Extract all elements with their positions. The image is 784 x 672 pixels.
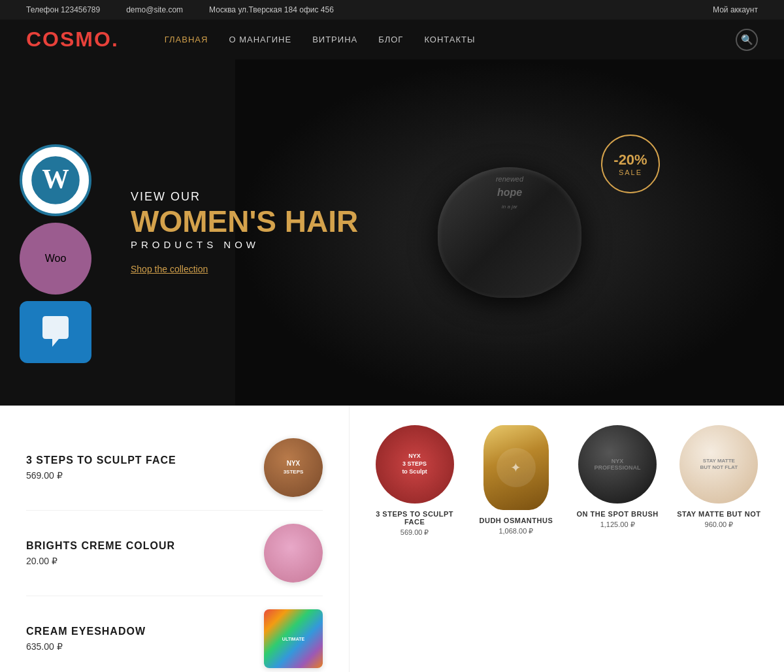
grid-product-image[interactable]: ✦	[483, 425, 549, 510]
product-price: 569.00 ₽	[26, 470, 251, 481]
hero-subtitle: VIEW OUR	[131, 190, 358, 204]
product-name: CREAM EYESHADOW	[26, 626, 251, 637]
wordpress-icon[interactable]: W	[20, 144, 91, 216]
grid-product-name: STAY MATTE BUT NOT	[674, 510, 764, 518]
grid-product-image[interactable]: NYX3 STEPSto Sculpt	[376, 425, 454, 504]
grid-product-item: NYX3 STEPSto Sculpt 3 STEPS TO SCULPT FA…	[369, 425, 460, 537]
chat-icon[interactable]	[20, 301, 91, 363]
product-grid-right: NYX3 STEPSto Sculpt 3 STEPS TO SCULPT FA…	[350, 406, 784, 672]
grid-product-image[interactable]: STAY MATTEBUT NOT FLAT	[679, 425, 758, 504]
nav-about[interactable]: О МАНАГИНЕ	[229, 35, 291, 44]
product-info: BRIGHTS CREME COLOUR 20.00 ₽	[26, 540, 251, 566]
logo[interactable]: COSMO.	[26, 27, 119, 52]
product-image[interactable]	[264, 524, 323, 583]
product-price: 20.00 ₽	[26, 556, 251, 566]
grid-product-name: DUDH OSMANTHUS	[470, 517, 561, 524]
header: COSMO. ГЛАВНАЯ О МАНАГИНЕ ВИТРИНА БЛОГ К…	[0, 20, 784, 59]
grid-product-price: 569.00 ₽	[369, 528, 460, 537]
hero-section: W Woo renewedhopein a jar	[0, 59, 784, 406]
product-list-left: 3 STEPS TO SCULPT FACE 569.00 ₽ NYX3STEP…	[0, 406, 350, 672]
hero-content: VIEW OUR WOMEN'S HAIR PRODUCTS NOW Shop …	[131, 190, 358, 275]
phone: Телефон 123456789	[26, 5, 100, 14]
grid-product-name: ON THE SPOT BRUSH	[572, 510, 663, 518]
product-info: 3 STEPS TO SCULPT FACE 569.00 ₽	[26, 455, 251, 481]
sale-percent: -20%	[613, 152, 647, 168]
top-bar: Телефон 123456789 demo@site.com Москва у…	[0, 0, 784, 20]
sidebar-icons: W Woo	[20, 144, 91, 363]
nav-home[interactable]: ГЛАВНАЯ	[165, 35, 208, 44]
grid-product-image[interactable]: NYXPROFESSIONAL	[578, 425, 657, 504]
nav-blog[interactable]: БЛОГ	[378, 35, 403, 44]
account-link[interactable]: Мой аккаунт	[713, 5, 758, 14]
grid-product-price: 1,125.00 ₽	[572, 520, 663, 529]
grid-product-item: NYXPROFESSIONAL ON THE SPOT BRUSH 1,125.…	[572, 425, 663, 537]
product-item: 3 STEPS TO SCULPT FACE 569.00 ₽ NYX3STEP…	[26, 425, 323, 511]
nav-contacts[interactable]: КОНТАКТЫ	[424, 35, 475, 44]
product-image[interactable]: NYX3STEPS	[264, 438, 323, 497]
product-name: 3 STEPS TO SCULPT FACE	[26, 455, 251, 466]
search-button[interactable]: 🔍	[736, 29, 758, 51]
product-item: CREAM EYESHADOW 635.00 ₽ ULTIMATE	[26, 596, 323, 672]
woocommerce-icon[interactable]: Woo	[20, 223, 91, 295]
sale-label: SALE	[619, 168, 642, 176]
product-price: 635.00 ₽	[26, 641, 251, 652]
product-grid: NYX3 STEPSto Sculpt 3 STEPS TO SCULPT FA…	[369, 425, 764, 537]
product-item: BRIGHTS CREME COLOUR 20.00 ₽	[26, 511, 323, 596]
sale-badge: -20% SALE	[601, 135, 660, 193]
grid-product-price: 1,068.00 ₽	[470, 527, 561, 536]
logo-dot: .	[112, 27, 119, 51]
main-nav: ГЛАВНАЯ О МАНАГИНЕ ВИТРИНА БЛОГ КОНТАКТЫ	[165, 35, 476, 44]
hero-subtitle2: PRODUCTS NOW	[131, 239, 358, 250]
svg-text:W: W	[42, 164, 69, 194]
logo-text: COSMO	[26, 27, 112, 51]
address: Москва ул.Тверская 184 офис 456	[209, 5, 334, 14]
nav-showcase[interactable]: ВИТРИНА	[312, 35, 357, 44]
search-icon: 🔍	[741, 34, 753, 46]
grid-product-price: 960.00 ₽	[674, 520, 764, 529]
grid-product-item: STAY MATTEBUT NOT FLAT STAY MATTE BUT NO…	[674, 425, 764, 537]
main-content: 3 STEPS TO SCULPT FACE 569.00 ₽ NYX3STEP…	[0, 406, 784, 672]
product-info: CREAM EYESHADOW 635.00 ₽	[26, 626, 251, 652]
woo-label: Woo	[45, 253, 67, 264]
product-name: BRIGHTS CREME COLOUR	[26, 540, 251, 552]
email: demo@site.com	[126, 5, 183, 14]
grid-product-item: ✦ DUDH OSMANTHUS 1,068.00 ₽	[470, 425, 561, 537]
shop-collection-link[interactable]: Shop the collection	[131, 264, 208, 274]
product-image[interactable]: ULTIMATE	[264, 609, 323, 668]
hero-title: WOMEN'S HAIR	[131, 206, 358, 236]
grid-product-name: 3 STEPS TO SCULPT FACE	[369, 510, 460, 526]
